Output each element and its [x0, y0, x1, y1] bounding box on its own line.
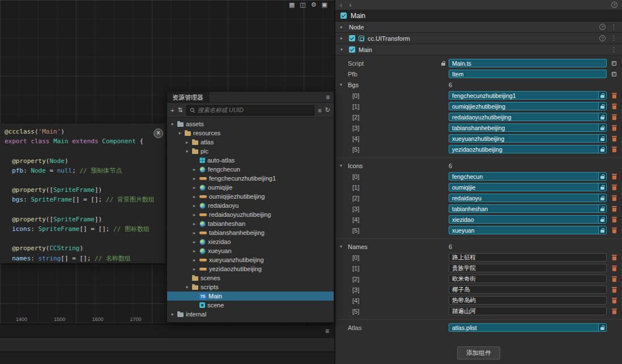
name-text-field[interactable]: 踏遍山河	[449, 307, 607, 315]
name-text-field[interactable]: 路上征程	[449, 253, 607, 262]
tree-item-yezidaozhutibeijing[interactable]: ▸yezidaozhutibeijing	[167, 264, 334, 273]
asset-ref-field[interactable]: tabianshanhebeijing	[449, 123, 607, 132]
asset-ref-field[interactable]: redaidaoyuzhutibeijing	[449, 113, 607, 121]
atlas-field[interactable]: atlas.plist	[449, 323, 607, 332]
tree-item-tabianheshan[interactable]: ▸tabianheshan	[167, 219, 334, 228]
trash-icon[interactable]	[612, 147, 617, 152]
trash-icon[interactable]	[612, 309, 617, 314]
panels-icon[interactable]: ◫	[300, 1, 305, 8]
icons-group-header[interactable]: ▾ Icons 6	[335, 160, 622, 171]
assets-panel-titlebar[interactable]: 资源管理器 ≡	[167, 92, 334, 103]
search-input[interactable]: 搜索名称或 UUID	[186, 105, 315, 115]
name-text-field[interactable]: 热带岛屿	[449, 296, 607, 305]
section-uitransform[interactable]: ▸ cc.UITransform ? ⋮	[335, 33, 622, 44]
tree-item-scenes[interactable]: scenes	[167, 273, 334, 282]
collapse-icon[interactable]: ▾	[340, 82, 346, 87]
tree-item-xueyuan[interactable]: ▸xueyuan	[167, 246, 334, 255]
section-node[interactable]: ▸ Node ? ⋮	[335, 22, 622, 33]
gear-icon[interactable]: ⚙	[311, 1, 317, 8]
help-icon[interactable]: ?	[611, 2, 617, 8]
lock-icon[interactable]	[598, 216, 606, 223]
trash-icon[interactable]	[612, 287, 617, 293]
collapse-icon[interactable]: ▾	[340, 163, 346, 168]
tree-item-Main[interactable]: TSMain	[167, 292, 334, 301]
trash-icon[interactable]	[612, 195, 617, 201]
trash-icon[interactable]	[612, 104, 617, 109]
asset-ref-field[interactable]: xueyuanzhutibeijing	[449, 134, 607, 143]
help-icon[interactable]: ?	[599, 35, 606, 41]
expand-icon[interactable]: ▸	[191, 203, 197, 208]
tree-item-fengchecun[interactable]: ▸fengchecun	[167, 165, 334, 174]
trash-icon[interactable]	[612, 125, 617, 131]
asset-ref-field[interactable]: oumiqijie	[449, 183, 607, 191]
asset-ref-field[interactable]: tabianheshan	[449, 204, 607, 213]
tree-item-oumiqijiezhutibeijing[interactable]: ▸oumiqijiezhutibeijing	[167, 192, 334, 201]
tree-item-internal[interactable]: ▾internal	[167, 310, 334, 319]
grid-icon[interactable]: ▦	[289, 1, 295, 8]
names-count[interactable]: 6	[449, 243, 452, 250]
collapse-icon[interactable]: ▾	[340, 47, 346, 52]
bgs-count[interactable]: 6	[449, 82, 452, 88]
pfb-field[interactable]: Item	[449, 70, 607, 78]
name-text-field[interactable]: 贵族学院	[449, 264, 607, 272]
trash-icon[interactable]	[612, 136, 617, 142]
asset-ref-field[interactable]: fengchecun	[449, 172, 607, 181]
trash-icon[interactable]	[612, 298, 617, 303]
menu-icon[interactable]: ≡	[326, 93, 330, 101]
trash-icon[interactable]	[612, 93, 617, 99]
close-icon[interactable]: ×	[154, 129, 163, 138]
back-icon[interactable]: ‹	[340, 1, 342, 9]
lock-icon[interactable]	[598, 145, 606, 153]
tree-item-tabianshanhebeijing[interactable]: ▸tabianshanhebeijing	[167, 228, 334, 237]
lock-icon[interactable]	[598, 183, 606, 191]
trash-icon[interactable]	[612, 217, 617, 222]
expand-icon[interactable]: ▸	[191, 221, 197, 226]
expand-icon[interactable]: ▸	[191, 185, 197, 190]
uitransform-enabled-checkbox[interactable]	[349, 35, 355, 41]
asset-ref-field[interactable]: xiezidao	[449, 215, 607, 224]
asset-cube-icon[interactable]	[612, 61, 616, 66]
lock-icon[interactable]	[598, 135, 606, 142]
tree-item-pic[interactable]: ▾pic	[167, 147, 334, 156]
lock-icon[interactable]	[598, 173, 606, 180]
lock-icon[interactable]	[598, 205, 606, 212]
lock-icon[interactable]	[598, 226, 606, 234]
expand-icon[interactable]: ▸	[191, 249, 197, 254]
trash-icon[interactable]	[612, 255, 617, 260]
more-icon[interactable]: ⋮	[611, 35, 617, 42]
expand-icon[interactable]: ▸	[184, 140, 190, 145]
expand-icon[interactable]: ▸	[191, 258, 197, 263]
expand-icon[interactable]: ▸	[191, 239, 197, 245]
more-icon[interactable]: ⋮	[611, 46, 617, 53]
add-component-button[interactable]: 添加组件	[457, 346, 500, 359]
refresh-icon[interactable]: ↻	[325, 106, 330, 114]
lock-icon[interactable]	[598, 194, 606, 202]
panel-menu-icon[interactable]: ≡	[325, 327, 329, 335]
tree-item-auto-atlas[interactable]: auto-atlas	[167, 156, 334, 165]
name-text-field[interactable]: 欧米奇街	[449, 275, 607, 283]
asset-ref-field[interactable]: redaidaoyu	[449, 194, 607, 202]
icons-count[interactable]: 6	[449, 162, 452, 169]
tree-item-atlas[interactable]: ▸atlas	[167, 138, 334, 147]
collapse-icon[interactable]: ▾	[169, 122, 175, 127]
names-group-header[interactable]: ▾ Names 6	[335, 241, 622, 252]
asset-ref-field[interactable]: oumiqijiezhutibeijing	[449, 102, 607, 110]
trash-icon[interactable]	[612, 174, 617, 179]
collapse-icon[interactable]: ▾	[184, 285, 190, 290]
sort-icon[interactable]: ⇅	[177, 106, 182, 114]
filter-icon[interactable]: ≡	[318, 107, 321, 114]
trash-icon[interactable]	[612, 206, 617, 212]
bgs-group-header[interactable]: ▾ Bgs 6	[335, 79, 622, 90]
tree-item-xueyuanzhutibeijing[interactable]: ▸xueyuanzhutibeijing	[167, 255, 334, 264]
collapse-icon[interactable]: ▾	[169, 312, 175, 317]
tree-item-scene[interactable]: scene	[167, 301, 334, 310]
expand-icon[interactable]: ▸	[191, 230, 197, 235]
main-enabled-checkbox[interactable]	[349, 46, 355, 53]
tree-item-scripts[interactable]: ▾scripts	[167, 282, 334, 292]
forward-icon[interactable]: ›	[349, 1, 351, 9]
add-asset-icon[interactable]: +	[171, 107, 174, 114]
trash-icon[interactable]	[612, 276, 617, 282]
lock-icon[interactable]	[441, 63, 445, 66]
tree-item-redaidaoyuzhutibeijing[interactable]: ▸redaidaoyuzhutibeijing	[167, 210, 334, 219]
script-field[interactable]: Main.ts	[449, 59, 607, 67]
